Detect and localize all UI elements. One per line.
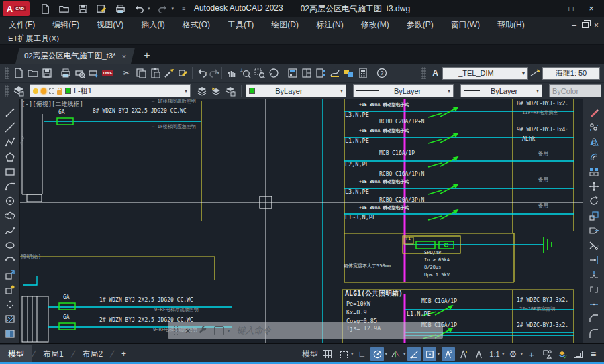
match-properties-icon[interactable] <box>162 66 176 80</box>
command-bar-drag-handle[interactable] <box>173 325 179 336</box>
quickcalc-icon[interactable] <box>356 66 370 80</box>
break-icon[interactable] <box>587 282 601 297</box>
snap-mode-toggle[interactable] <box>337 347 350 361</box>
menu-parametric[interactable]: 参数(P) <box>398 18 442 32</box>
dwf-export-icon[interactable]: DWF <box>101 66 115 80</box>
model-tab[interactable]: 模型 <box>0 345 32 363</box>
layer-freeze-icon[interactable] <box>41 88 46 94</box>
fillet-icon[interactable] <box>587 326 601 341</box>
insert-block-icon[interactable] <box>3 267 17 282</box>
new-tab-button[interactable]: + <box>144 50 150 62</box>
graphics-performance-icon[interactable]: ✓ <box>556 347 569 361</box>
named-views-icon[interactable] <box>285 66 299 80</box>
array-icon[interactable] <box>587 164 601 179</box>
copy-object-icon[interactable] <box>587 120 601 135</box>
help-icon[interactable]: ? <box>374 66 389 80</box>
clean-screen-icon[interactable] <box>571 347 585 361</box>
text-style-combo[interactable]: _TEL_DIM ▾ <box>442 67 528 80</box>
ellipse-icon[interactable] <box>3 238 17 253</box>
make-block-icon[interactable] <box>3 282 17 297</box>
menu-file[interactable]: 文件(F) <box>0 18 44 32</box>
close-button[interactable]: × <box>583 2 600 15</box>
copy-icon[interactable] <box>134 66 148 80</box>
qat-redo-icon[interactable] <box>157 3 169 15</box>
qat-plot-icon[interactable] <box>114 3 126 15</box>
dimension-style-icon[interactable] <box>528 66 542 80</box>
save-icon[interactable] <box>40 66 54 80</box>
layout2-tab[interactable]: 布局2 <box>74 345 111 363</box>
command-bar-close-icon[interactable]: × <box>185 326 191 336</box>
mirror-icon[interactable] <box>587 135 601 149</box>
point-icon[interactable] <box>3 297 17 312</box>
qat-undo-icon[interactable] <box>133 3 145 15</box>
toolbar-grip[interactable] <box>588 101 600 104</box>
grid-display-toggle[interactable] <box>321 347 335 361</box>
qat-new-icon[interactable] <box>39 3 51 15</box>
line-icon[interactable] <box>3 105 17 120</box>
hatch-icon[interactable] <box>3 312 17 326</box>
isodraft-toggle[interactable] <box>389 347 403 361</box>
layout1-tab[interactable]: 布局1 <box>35 345 72 363</box>
toolbar-grip[interactable] <box>5 67 9 79</box>
offset-icon[interactable] <box>587 149 601 164</box>
linetype-combo[interactable]: ByLayer ▾ <box>353 84 454 97</box>
ellipse-arc-icon[interactable] <box>3 253 17 267</box>
doc-restore-button[interactable] <box>582 22 589 28</box>
scale-caret-icon[interactable]: ▾ <box>502 351 505 357</box>
workspace-caret-icon[interactable]: ▾ <box>520 351 523 357</box>
redo-caret-icon[interactable]: ▾ <box>217 70 220 76</box>
sheet-set-icon[interactable] <box>313 66 328 80</box>
erase-icon[interactable] <box>587 105 601 120</box>
doc-minimize-button[interactable]: – <box>572 21 576 30</box>
layer-combo[interactable]: L-粗1 ▾ <box>30 84 191 97</box>
block-editor-icon[interactable] <box>176 66 190 80</box>
file-tab-active[interactable]: 02高层公区电气施工图_t3* × <box>15 48 135 64</box>
layer-on-icon[interactable] <box>33 88 38 94</box>
menu-edit[interactable]: 编辑(E) <box>44 18 88 32</box>
spline-icon[interactable] <box>3 223 17 238</box>
layer-translator-icon[interactable] <box>342 66 356 80</box>
open-icon[interactable] <box>26 66 40 80</box>
trim-icon[interactable] <box>587 238 601 253</box>
command-input[interactable]: 键入命令 <box>237 324 272 337</box>
object-snap-tracking-toggle[interactable] <box>407 347 421 361</box>
annotation-scale-value[interactable]: 1:1 <box>488 347 501 361</box>
annotation-scale-icon[interactable] <box>472 347 486 361</box>
polar-caret-icon[interactable]: ▾ <box>385 351 387 357</box>
polygon-icon[interactable] <box>3 149 17 164</box>
menu-dimension[interactable]: 标注(N) <box>307 18 352 32</box>
viewports-icon[interactable] <box>299 66 313 80</box>
plot-icon[interactable] <box>58 66 72 80</box>
doc-close-button[interactable]: × <box>594 21 599 30</box>
menu-draw[interactable]: 绘图(D) <box>262 18 307 32</box>
menu-help[interactable]: 帮助(H) <box>489 18 534 32</box>
menu-format[interactable]: 格式(O) <box>174 18 219 32</box>
new-icon[interactable] <box>11 66 26 80</box>
layer-states-icon[interactable] <box>195 84 209 99</box>
qat-redo-caret-icon[interactable]: ▾ <box>172 6 174 11</box>
qat-saveas-icon[interactable] <box>95 3 107 15</box>
menu-tools[interactable]: 工具(T) <box>219 18 262 32</box>
model-space-canvas[interactable]: [-][俯视][二维线框] 6A 8# WDZN-BYJ-2X2.5-JDG20… <box>20 99 583 343</box>
previous-layer-icon[interactable] <box>223 84 237 99</box>
polyline-icon[interactable] <box>3 135 17 149</box>
chamfer-icon[interactable] <box>587 312 601 326</box>
menu-insert[interactable]: 插入(I) <box>132 18 173 32</box>
layer-viewport-icon[interactable] <box>49 88 54 94</box>
autoscale-toggle[interactable] <box>457 347 470 361</box>
rectangle-icon[interactable] <box>3 164 17 179</box>
isodraft-caret-icon[interactable]: ▾ <box>403 351 406 357</box>
menu-view[interactable]: 视图(V) <box>88 18 132 32</box>
zoom-realtime-icon[interactable]: ± <box>238 66 252 80</box>
toolbar-grip[interactable] <box>5 85 9 97</box>
new-layout-button[interactable]: + <box>113 345 134 363</box>
toolbar-grip[interactable] <box>421 67 426 79</box>
annotation-monitor-icon[interactable]: + <box>525 347 538 361</box>
toolbar-grip[interactable] <box>4 101 16 104</box>
arc-icon[interactable] <box>3 179 17 194</box>
make-current-layer-icon[interactable] <box>209 84 223 99</box>
lineweight-combo[interactable]: ByLayer ▾ <box>460 84 542 97</box>
workspace-switching-icon[interactable]: ⚙ <box>506 347 519 361</box>
maximize-button[interactable]: □ <box>562 2 580 15</box>
object-snap-toggle[interactable] <box>423 347 436 361</box>
